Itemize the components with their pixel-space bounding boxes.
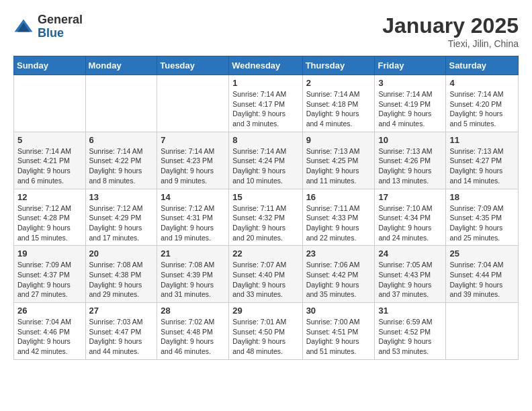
- day-info: Sunrise: 7:14 AM Sunset: 4:18 PM Dayligh…: [306, 89, 371, 129]
- day-info: Sunrise: 7:12 AM Sunset: 4:28 PM Dayligh…: [17, 203, 82, 243]
- calendar-day-17: 17Sunrise: 7:10 AM Sunset: 4:34 PM Dayli…: [375, 189, 446, 246]
- calendar-day-27: 27Sunrise: 7:03 AM Sunset: 4:47 PM Dayli…: [85, 303, 157, 360]
- calendar-empty: [85, 75, 157, 132]
- calendar-day-11: 11Sunrise: 7:13 AM Sunset: 4:27 PM Dayli…: [446, 132, 519, 189]
- location: Tiexi, Jilin, China: [382, 38, 519, 49]
- day-header-saturday: Saturday: [446, 56, 519, 75]
- day-number: 12: [17, 192, 82, 202]
- calendar-day-30: 30Sunrise: 7:00 AM Sunset: 4:51 PM Dayli…: [302, 303, 375, 360]
- calendar-day-28: 28Sunrise: 7:02 AM Sunset: 4:48 PM Dayli…: [157, 303, 229, 360]
- day-number: 22: [232, 248, 298, 259]
- day-info: Sunrise: 7:14 AM Sunset: 4:21 PM Dayligh…: [17, 146, 82, 186]
- day-number: 21: [161, 248, 225, 259]
- calendar-day-16: 16Sunrise: 7:11 AM Sunset: 4:33 PM Dayli…: [302, 189, 375, 246]
- calendar-empty: [157, 75, 229, 132]
- day-info: Sunrise: 7:09 AM Sunset: 4:35 PM Dayligh…: [449, 203, 515, 243]
- calendar-day-29: 29Sunrise: 7:01 AM Sunset: 4:50 PM Dayli…: [229, 303, 302, 360]
- calendar-day-4: 4Sunrise: 7:14 AM Sunset: 4:20 PM Daylig…: [446, 75, 519, 132]
- page-header: General Blue January 2025 Tiexi, Jilin, …: [13, 13, 519, 49]
- day-info: Sunrise: 7:03 AM Sunset: 4:47 PM Dayligh…: [89, 317, 154, 357]
- calendar-day-9: 9Sunrise: 7:13 AM Sunset: 4:25 PM Daylig…: [302, 132, 375, 189]
- calendar-day-21: 21Sunrise: 7:08 AM Sunset: 4:39 PM Dayli…: [157, 246, 229, 303]
- day-info: Sunrise: 7:08 AM Sunset: 4:38 PM Dayligh…: [89, 260, 154, 300]
- day-info: Sunrise: 7:14 AM Sunset: 4:19 PM Dayligh…: [378, 89, 442, 129]
- day-header-sunday: Sunday: [14, 56, 86, 75]
- calendar-week-3: 12Sunrise: 7:12 AM Sunset: 4:28 PM Dayli…: [14, 189, 519, 246]
- day-info: Sunrise: 7:05 AM Sunset: 4:43 PM Dayligh…: [378, 260, 442, 300]
- calendar-day-8: 8Sunrise: 7:14 AM Sunset: 4:24 PM Daylig…: [229, 132, 302, 189]
- calendar-day-18: 18Sunrise: 7:09 AM Sunset: 4:35 PM Dayli…: [446, 189, 519, 246]
- calendar-header-row: SundayMondayTuesdayWednesdayThursdayFrid…: [14, 56, 519, 75]
- day-number: 29: [232, 306, 298, 316]
- calendar-day-22: 22Sunrise: 7:07 AM Sunset: 4:40 PM Dayli…: [229, 246, 302, 303]
- day-number: 11: [449, 135, 515, 145]
- day-header-wednesday: Wednesday: [229, 56, 302, 75]
- calendar-week-5: 26Sunrise: 7:04 AM Sunset: 4:46 PM Dayli…: [14, 303, 519, 360]
- day-number: 5: [17, 135, 82, 145]
- calendar-empty: [14, 75, 86, 132]
- day-info: Sunrise: 7:14 AM Sunset: 4:24 PM Dayligh…: [232, 146, 298, 186]
- day-number: 4: [449, 78, 515, 88]
- day-info: Sunrise: 6:59 AM Sunset: 4:52 PM Dayligh…: [378, 317, 442, 357]
- day-info: Sunrise: 7:12 AM Sunset: 4:29 PM Dayligh…: [89, 203, 154, 243]
- day-info: Sunrise: 7:02 AM Sunset: 4:48 PM Dayligh…: [161, 317, 225, 357]
- calendar-week-4: 19Sunrise: 7:09 AM Sunset: 4:37 PM Dayli…: [14, 246, 519, 303]
- calendar-day-13: 13Sunrise: 7:12 AM Sunset: 4:29 PM Dayli…: [85, 189, 157, 246]
- day-number: 7: [161, 135, 225, 145]
- title-block: January 2025 Tiexi, Jilin, China: [382, 13, 519, 49]
- day-info: Sunrise: 7:09 AM Sunset: 4:37 PM Dayligh…: [17, 260, 82, 300]
- day-info: Sunrise: 7:11 AM Sunset: 4:33 PM Dayligh…: [306, 203, 371, 243]
- logo-text: General Blue: [38, 13, 83, 40]
- day-number: 1: [232, 78, 298, 88]
- calendar-day-24: 24Sunrise: 7:05 AM Sunset: 4:43 PM Dayli…: [375, 246, 446, 303]
- day-number: 25: [449, 248, 515, 259]
- day-number: 6: [89, 135, 154, 145]
- day-info: Sunrise: 7:13 AM Sunset: 4:26 PM Dayligh…: [378, 146, 442, 186]
- calendar-week-1: 1Sunrise: 7:14 AM Sunset: 4:17 PM Daylig…: [14, 75, 519, 132]
- day-number: 10: [378, 135, 442, 145]
- calendar-day-10: 10Sunrise: 7:13 AM Sunset: 4:26 PM Dayli…: [375, 132, 446, 189]
- day-header-tuesday: Tuesday: [157, 56, 229, 75]
- day-number: 19: [17, 248, 82, 259]
- day-header-monday: Monday: [85, 56, 157, 75]
- day-info: Sunrise: 7:14 AM Sunset: 4:23 PM Dayligh…: [161, 146, 225, 186]
- day-number: 14: [161, 192, 225, 202]
- day-number: 3: [378, 78, 442, 88]
- day-info: Sunrise: 7:13 AM Sunset: 4:27 PM Dayligh…: [449, 146, 515, 186]
- day-number: 26: [17, 306, 82, 316]
- calendar-day-25: 25Sunrise: 7:04 AM Sunset: 4:44 PM Dayli…: [446, 246, 519, 303]
- calendar-day-14: 14Sunrise: 7:12 AM Sunset: 4:31 PM Dayli…: [157, 189, 229, 246]
- day-info: Sunrise: 7:10 AM Sunset: 4:34 PM Dayligh…: [378, 203, 442, 243]
- day-info: Sunrise: 7:01 AM Sunset: 4:50 PM Dayligh…: [232, 317, 298, 357]
- calendar-day-2: 2Sunrise: 7:14 AM Sunset: 4:18 PM Daylig…: [302, 75, 375, 132]
- calendar-empty: [446, 303, 519, 360]
- calendar-day-3: 3Sunrise: 7:14 AM Sunset: 4:19 PM Daylig…: [375, 75, 446, 132]
- day-info: Sunrise: 7:04 AM Sunset: 4:46 PM Dayligh…: [17, 317, 82, 357]
- calendar-day-1: 1Sunrise: 7:14 AM Sunset: 4:17 PM Daylig…: [229, 75, 302, 132]
- day-info: Sunrise: 7:07 AM Sunset: 4:40 PM Dayligh…: [232, 260, 298, 300]
- calendar-day-7: 7Sunrise: 7:14 AM Sunset: 4:23 PM Daylig…: [157, 132, 229, 189]
- day-number: 18: [449, 192, 515, 202]
- day-info: Sunrise: 7:04 AM Sunset: 4:44 PM Dayligh…: [449, 260, 515, 300]
- logo: General Blue: [13, 13, 83, 40]
- day-info: Sunrise: 7:13 AM Sunset: 4:25 PM Dayligh…: [306, 146, 371, 186]
- day-number: 20: [89, 248, 154, 259]
- month-title: January 2025: [382, 13, 519, 38]
- day-number: 13: [89, 192, 154, 202]
- day-number: 8: [232, 135, 298, 145]
- calendar-day-19: 19Sunrise: 7:09 AM Sunset: 4:37 PM Dayli…: [14, 246, 86, 303]
- day-info: Sunrise: 7:00 AM Sunset: 4:51 PM Dayligh…: [306, 317, 371, 357]
- calendar-day-20: 20Sunrise: 7:08 AM Sunset: 4:38 PM Dayli…: [85, 246, 157, 303]
- logo-icon: [13, 17, 34, 37]
- day-number: 9: [306, 135, 371, 145]
- day-number: 2: [306, 78, 371, 88]
- calendar-week-2: 5Sunrise: 7:14 AM Sunset: 4:21 PM Daylig…: [14, 132, 519, 189]
- day-info: Sunrise: 7:14 AM Sunset: 4:17 PM Dayligh…: [232, 89, 298, 129]
- day-number: 15: [232, 192, 298, 202]
- calendar-day-23: 23Sunrise: 7:06 AM Sunset: 4:42 PM Dayli…: [302, 246, 375, 303]
- day-info: Sunrise: 7:08 AM Sunset: 4:39 PM Dayligh…: [161, 260, 225, 300]
- day-number: 16: [306, 192, 371, 202]
- calendar-day-6: 6Sunrise: 7:14 AM Sunset: 4:22 PM Daylig…: [85, 132, 157, 189]
- day-number: 31: [378, 306, 442, 316]
- day-info: Sunrise: 7:14 AM Sunset: 4:20 PM Dayligh…: [449, 89, 515, 129]
